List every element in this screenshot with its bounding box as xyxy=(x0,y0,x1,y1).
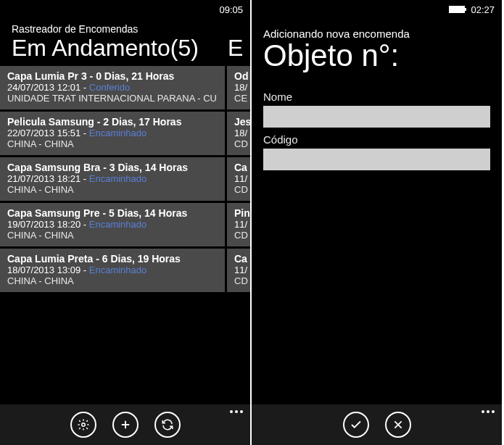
item-location: CHINA - CHINA xyxy=(7,138,218,149)
confirm-button[interactable] xyxy=(343,412,369,438)
code-label: Código xyxy=(263,133,490,146)
list-row: Capa Samsung Bra - 3 Dias, 14 Horas21/07… xyxy=(0,157,250,201)
settings-button[interactable] xyxy=(70,412,96,438)
package-item[interactable]: Pelicula Samsung - 2 Dias, 17 Horas22/07… xyxy=(0,112,225,155)
item-title: Pelicula Samsung - 2 Dias, 17 Horas xyxy=(7,116,218,128)
item-subtitle: 18/ xyxy=(234,82,250,93)
package-item[interactable]: Capa Samsung Bra - 3 Dias, 14 Horas21/07… xyxy=(0,157,225,201)
add-form: Nome Código xyxy=(252,80,502,170)
item-subtitle: 22/07/2013 15:51 - Encaminhado xyxy=(7,128,218,138)
item-subtitle: 11/ xyxy=(234,173,250,184)
status-bar: 02:27 xyxy=(252,0,502,17)
name-label: Nome xyxy=(263,91,490,103)
item-location: CHINA - CHINA xyxy=(7,184,218,195)
app-bar xyxy=(0,404,250,445)
package-item-peek[interactable]: Od18/CE xyxy=(227,66,250,109)
item-title: Capa Samsung Pre - 5 Dias, 14 Horas xyxy=(7,207,218,219)
item-title: Ca xyxy=(234,162,250,173)
package-item[interactable]: Capa Lumia Pr 3 - 0 Dias, 21 Horas24/07/… xyxy=(0,66,225,109)
item-location: CHINA - CHINA xyxy=(7,230,218,241)
name-input[interactable] xyxy=(263,106,490,128)
item-location: CD xyxy=(234,275,250,286)
item-location: CD xyxy=(234,230,250,241)
phone-add-package: 02:27 Adicionando nova encomenda Objeto … xyxy=(252,0,502,445)
more-button[interactable] xyxy=(482,410,495,413)
refresh-icon xyxy=(161,418,174,431)
pivot-next-peek[interactable]: E xyxy=(228,35,243,62)
package-item-peek[interactable]: Ca11/CD xyxy=(227,249,250,292)
item-location: CHINA - CHINA xyxy=(7,275,218,286)
item-title: Pin xyxy=(234,207,250,219)
status-bar: 09:05 xyxy=(0,0,250,17)
clock: 09:05 xyxy=(219,4,243,15)
item-title: Ca xyxy=(234,253,250,265)
code-input[interactable] xyxy=(263,149,490,170)
item-title: Od xyxy=(234,70,250,82)
page-subtitle: Adicionando nova encomenda xyxy=(252,17,502,40)
clock: 02:27 xyxy=(471,4,495,15)
status-link[interactable]: Encaminhado xyxy=(89,219,147,230)
item-subtitle: 18/07/2013 13:09 - Encaminhado xyxy=(7,265,218,275)
package-item-peek[interactable]: Pin11/CD xyxy=(227,203,250,246)
status-link[interactable]: Encaminhado xyxy=(89,173,147,184)
item-location: CD xyxy=(234,138,250,149)
more-button[interactable] xyxy=(230,410,243,413)
status-link[interactable]: Encaminhado xyxy=(89,128,147,138)
item-subtitle: 11/ xyxy=(234,219,250,230)
phone-tracking-list: 09:05 Rastreador de Encomendas Em Andame… xyxy=(0,0,250,445)
item-title: Capa Samsung Bra - 3 Dias, 14 Horas xyxy=(7,162,218,173)
item-subtitle: 21/07/2013 18:21 - Encaminhado xyxy=(7,173,218,184)
gear-icon xyxy=(77,418,90,431)
package-list[interactable]: Capa Lumia Pr 3 - 0 Dias, 21 Horas24/07/… xyxy=(0,66,250,404)
app-title: Rastreador de Encomendas xyxy=(0,17,250,35)
item-subtitle: 11/ xyxy=(234,265,250,275)
item-subtitle: 19/07/2013 18:20 - Encaminhado xyxy=(7,219,218,230)
list-row: Pelicula Samsung - 2 Dias, 17 Horas22/07… xyxy=(0,112,250,155)
list-row: Capa Lumia Preta - 6 Dias, 19 Horas18/07… xyxy=(0,249,250,292)
status-link[interactable]: Encaminhado xyxy=(89,265,147,275)
item-location: CD xyxy=(234,184,250,195)
svg-point-0 xyxy=(81,423,85,427)
item-subtitle: 24/07/2013 12:01 - Conferido xyxy=(7,82,218,93)
pivot-header[interactable]: Em Andamento(5) E xyxy=(0,35,250,66)
list-row: Capa Samsung Pre - 5 Dias, 14 Horas19/07… xyxy=(0,203,250,246)
cancel-button[interactable] xyxy=(385,412,411,438)
package-item-peek[interactable]: Jes18/CD xyxy=(227,112,250,155)
package-item[interactable]: Capa Samsung Pre - 5 Dias, 14 Horas19/07… xyxy=(0,203,225,246)
pivot-current[interactable]: Em Andamento(5) xyxy=(12,35,199,66)
item-subtitle: 18/ xyxy=(234,128,250,138)
list-row: Capa Lumia Pr 3 - 0 Dias, 21 Horas24/07/… xyxy=(0,66,250,109)
add-button[interactable] xyxy=(112,412,139,438)
refresh-button[interactable] xyxy=(154,412,181,438)
package-item[interactable]: Capa Lumia Preta - 6 Dias, 19 Horas18/07… xyxy=(0,249,225,292)
item-title: Capa Lumia Preta - 6 Dias, 19 Horas xyxy=(7,253,218,265)
battery-icon xyxy=(449,6,465,13)
plus-icon xyxy=(119,418,132,431)
check-icon xyxy=(350,418,363,431)
page-title: Objeto n°: xyxy=(252,40,502,80)
status-link[interactable]: Conferido xyxy=(89,82,130,93)
item-title: Jes xyxy=(234,116,250,128)
item-title: Capa Lumia Pr 3 - 0 Dias, 21 Horas xyxy=(7,70,218,82)
item-location: CE xyxy=(234,93,250,104)
item-location: UNIDADE TRAT INTERNACIONAL PARANA - CU xyxy=(7,93,218,104)
package-item-peek[interactable]: Ca11/CD xyxy=(227,157,250,201)
close-icon xyxy=(392,419,404,431)
app-bar xyxy=(252,404,502,445)
